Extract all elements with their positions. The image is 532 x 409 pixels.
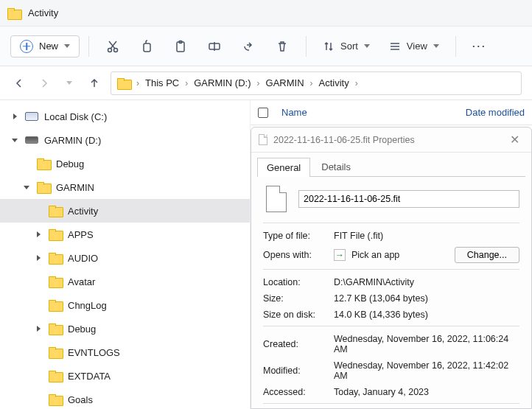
folder-icon (49, 206, 62, 216)
toolbar: New Sort View ··· (0, 27, 532, 66)
value-created: Wednesday, November 16, 2022, 11:06:24 A… (334, 334, 519, 354)
expand-icon[interactable] (34, 255, 43, 261)
cut-button[interactable] (98, 32, 127, 60)
view-button[interactable]: View (382, 32, 447, 60)
tree-item-avatar[interactable]: Avatar (0, 270, 250, 293)
divider (263, 403, 519, 404)
value-location: D:\GARMIN\Activity (334, 277, 519, 287)
tab-details[interactable]: Details (312, 157, 360, 176)
chevron-right-icon: › (310, 78, 313, 88)
value-size: 12.7 KB (13,064 bytes) (334, 293, 519, 304)
chevron-down-icon (66, 81, 72, 85)
label-size: Size: (263, 293, 334, 304)
column-date[interactable]: Date modified (466, 107, 525, 118)
tree-item-activity[interactable]: Activity (0, 199, 250, 223)
breadcrumb-item[interactable]: GARMIN (D:) (194, 77, 251, 88)
up-button[interactable] (85, 74, 103, 92)
expand-icon[interactable] (10, 113, 19, 119)
divider (263, 269, 519, 270)
dialog-title: 2022-11-16-11-06-25.fit Properties (273, 135, 415, 145)
document-icon (266, 186, 287, 212)
sort-icon (323, 41, 335, 52)
expand-icon[interactable] (34, 231, 43, 237)
divider (455, 36, 456, 57)
rename-button[interactable] (200, 32, 229, 60)
breadcrumb-item[interactable]: This PC (145, 77, 179, 88)
folder-icon (49, 324, 62, 334)
window-title: Activity (28, 7, 58, 18)
folder-icon (49, 276, 62, 287)
row-created: Created: Wednesday, November 16, 2022, 1… (263, 334, 519, 354)
folder-icon (49, 347, 62, 357)
tree-item-debug[interactable]: Debug (0, 152, 250, 175)
select-all-checkbox[interactable] (258, 108, 268, 118)
tree-item-apps[interactable]: APPS (0, 223, 250, 246)
collapse-icon[interactable] (22, 186, 31, 189)
sidebar-tree: Local Disk (C:) GARMIN (D:) Debug GARMIN… (0, 100, 251, 409)
delete-button[interactable] (267, 32, 297, 60)
recent-button[interactable] (60, 74, 78, 92)
sort-button[interactable]: Sort (315, 32, 377, 60)
breadcrumb-item[interactable]: GARMIN (266, 77, 304, 88)
tree-item-evntlogs[interactable]: EVNTLOGS (0, 340, 250, 364)
folder-icon (7, 8, 21, 18)
document-icon (259, 134, 267, 145)
value-type-of-file: FIT File (.fit) (334, 231, 519, 241)
disk-icon (25, 112, 38, 121)
tree-item-extdata[interactable]: EXTDATA (0, 364, 250, 388)
label-created: Created: (263, 339, 334, 349)
label-location: Location: (263, 277, 334, 287)
column-name[interactable]: Name (279, 107, 455, 118)
change-button[interactable]: Change... (455, 247, 519, 263)
filename-input[interactable] (298, 190, 519, 208)
nav-row: › This PC › GARMIN (D:) › GARMIN › Activ… (0, 66, 532, 100)
view-icon (389, 41, 401, 52)
chevron-right-icon: › (136, 78, 139, 88)
new-button[interactable]: New (10, 35, 80, 57)
tree-item-garmin-d[interactable]: GARMIN (D:) (0, 128, 250, 152)
tree-label: APPS (68, 229, 94, 240)
tree-label: Debug (56, 158, 84, 169)
paste-button[interactable] (166, 32, 195, 60)
chevron-down-icon (433, 44, 439, 48)
tree-label: AUDIO (68, 253, 98, 264)
pick-app-icon: → (334, 249, 346, 261)
svg-rect-2 (144, 43, 150, 52)
value-opens-with: Pick an app (351, 250, 399, 260)
tab-strip: General Details (251, 153, 531, 176)
breadcrumb-bar[interactable]: › This PC › GARMIN (D:) › GARMIN › Activ… (111, 71, 522, 95)
drive-icon (25, 136, 38, 144)
tree-label: ChngLog (68, 300, 107, 311)
tree-label: Local Disk (C:) (44, 111, 107, 122)
tree-item-audio[interactable]: AUDIO (0, 246, 250, 270)
breadcrumb-item[interactable]: Activity (319, 77, 349, 88)
row-accessed: Accessed: Today, January 4, 2023 (263, 387, 519, 397)
label-modified: Modified: (263, 366, 334, 376)
close-button[interactable]: ✕ (505, 133, 524, 147)
expand-icon[interactable] (34, 326, 43, 332)
chevron-right-icon: › (257, 78, 260, 88)
dialog-titlebar[interactable]: 2022-11-16-11-06-25.fit Properties ✕ (251, 127, 531, 153)
value-accessed: Today, January 4, 2023 (334, 387, 519, 397)
main-area: Local Disk (C:) GARMIN (D:) Debug GARMIN… (0, 100, 532, 409)
filename-row (263, 186, 519, 212)
forward-button[interactable] (35, 74, 53, 92)
tree-label: GARMIN (D:) (44, 135, 101, 146)
row-location: Location: D:\GARMIN\Activity (263, 277, 519, 287)
more-button[interactable]: ··· (465, 32, 494, 60)
ellipsis-icon: ··· (472, 41, 487, 52)
tree-item-garmin[interactable]: GARMIN (0, 175, 250, 199)
tree-item-goals[interactable]: Goals (0, 388, 250, 409)
tree-item-debug2[interactable]: Debug (0, 317, 250, 340)
tree-item-local-disk[interactable]: Local Disk (C:) (0, 105, 250, 128)
row-opens-with: Opens with: → Pick an app Change... (263, 247, 519, 263)
view-label: View (407, 41, 427, 52)
back-button[interactable] (10, 74, 28, 92)
tree-item-chnglog[interactable]: ChngLog (0, 293, 250, 317)
collapse-icon[interactable] (10, 139, 19, 142)
tree-label: Debug (68, 324, 96, 335)
share-button[interactable] (234, 32, 263, 60)
copy-button[interactable] (132, 32, 161, 60)
label-type-of-file: Type of file: (263, 231, 334, 241)
tab-general[interactable]: General (257, 158, 310, 177)
